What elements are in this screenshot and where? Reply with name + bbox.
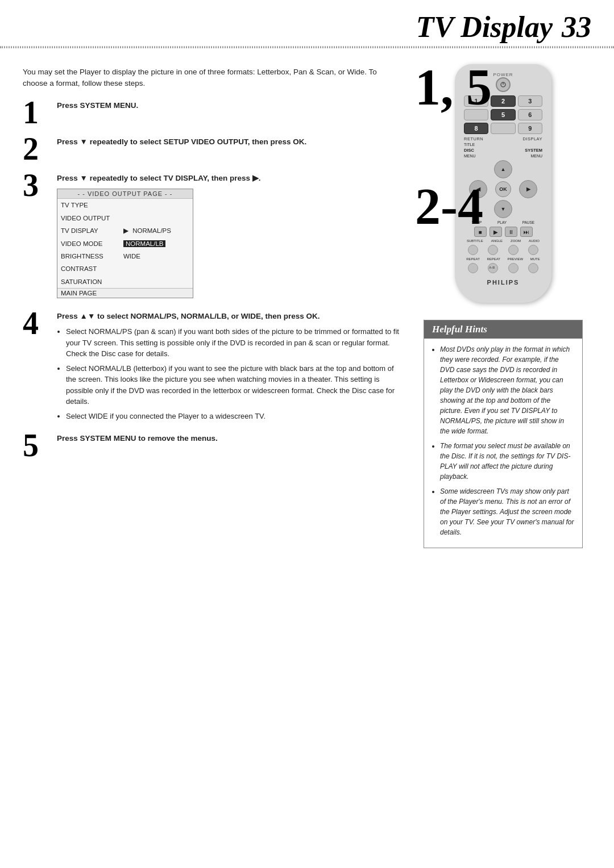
num-5[interactable]: 5: [491, 109, 515, 120]
step-2-content: Press ▼ repeatedly to select SETUP VIDEO…: [57, 136, 404, 148]
osd-row-tvdisplay: TV DISPLAY ▶ NORMAL/PS: [57, 224, 193, 237]
bottom-labels-row: SUBTITLE ANGLE ZOOM AUDIO: [463, 239, 544, 243]
subtitle-label: SUBTITLE: [467, 239, 483, 243]
mute-button[interactable]: [528, 263, 538, 273]
intro-text: You may set the Player to display the pi…: [23, 66, 404, 90]
left-column: You may set the Player to display the pi…: [23, 59, 404, 548]
step-4: 4 Press ▲▼ to select NORMAL/PS, NORMAL/L…: [23, 311, 404, 425]
angle-button[interactable]: [488, 245, 498, 255]
audio-button[interactable]: [528, 245, 538, 255]
power-button[interactable]: [496, 77, 511, 92]
step-4-text: Press ▲▼ to select NORMAL/PS, NORMAL/LB,…: [57, 312, 320, 320]
osd-footer: MAIN PAGE: [57, 288, 193, 298]
preview-button[interactable]: [508, 263, 518, 273]
play-button[interactable]: ▶: [489, 227, 502, 237]
step-5-content: Press SYSTEM MENU to remove the menus.: [57, 433, 404, 445]
step-1-content: Press SYSTEM MENU.: [57, 100, 404, 112]
step-3: 3 Press ▼ repeatedly to select TV DISPLA…: [23, 173, 404, 303]
repeat-ab-label: REPEAT: [487, 257, 500, 261]
osd-table: - - VIDEO OUTPUT PAGE - - TV TYPE VIDEO …: [57, 189, 193, 298]
osd-row-tvtype: TV TYPE: [57, 199, 193, 211]
step-5: 5 Press SYSTEM MENU to remove the menus.: [23, 433, 404, 461]
ok-button[interactable]: OK: [495, 181, 511, 197]
num-8[interactable]: 8: [464, 123, 488, 134]
remote-labels-row1: RETURN DISPLAY: [464, 136, 542, 141]
helpful-hints-content: Most DVDs only play in the format in whi…: [424, 339, 582, 548]
osd-row-contrast: CONTRAST: [57, 262, 193, 275]
nav-down-button[interactable]: ▼: [494, 200, 512, 218]
bottom-buttons-row1: [463, 245, 544, 255]
title-label: TITLE: [464, 143, 475, 147]
subtitle-button[interactable]: [468, 245, 478, 255]
step-2: 2 Press ▼ repeatedly to select SETUP VID…: [23, 136, 404, 165]
step-3-number: 3: [23, 169, 50, 201]
repeat-button[interactable]: [468, 263, 478, 273]
repeat-ab-button[interactable]: A-B: [488, 263, 498, 273]
disc-system-labels: DISC SYSTEM: [464, 148, 542, 153]
return-label: RETURN: [464, 136, 483, 141]
mute-label: MUTE: [530, 257, 540, 261]
bottom-buttons-row2: A-B: [463, 263, 544, 273]
remote-control: 1, 5 2-4 POWER 1 2 3 5 6: [446, 64, 560, 303]
nav-right-button[interactable]: ▶: [519, 180, 537, 198]
step-4-content: Press ▲▼ to select NORMAL/PS, NORMAL/LB,…: [57, 311, 404, 425]
divider: [0, 47, 614, 48]
step-4-bullets: Select NORMAL/PS (pan & scan) if you wan…: [66, 326, 404, 422]
helpful-hint-1: The format you select must be available …: [440, 441, 574, 482]
step-1: 1 Press SYSTEM MENU.: [23, 100, 404, 128]
menu-labels: MENU MENU: [464, 154, 542, 158]
repeat-label: REPEAT: [466, 257, 480, 261]
step-5-text: Press SYSTEM MENU to remove the menus.: [57, 434, 218, 443]
step-3-text: Press ▼ repeatedly to select TV DISPLAY,…: [57, 174, 261, 182]
step-4-bullet-2: Select WIDE if you connected the Player …: [66, 411, 404, 422]
step-4-bullet-0: Select NORMAL/PS (pan & scan) if you wan…: [66, 326, 404, 360]
zoom-label: ZOOM: [511, 239, 521, 243]
display-label: DISPLAY: [522, 136, 542, 141]
pause-label: PAUSE: [522, 220, 535, 224]
page-number: 33: [562, 11, 591, 43]
step-2-number: 2: [23, 133, 50, 165]
num-2[interactable]: 2: [491, 95, 515, 107]
step-4-bullet-1: Select NORMAL/LB (letterbox) if you want…: [66, 363, 404, 407]
helpful-hint-2: Some widescreen TVs may show only part o…: [440, 486, 574, 537]
step-1-number: 1: [23, 97, 50, 128]
helpful-hints-title: Helpful Hints: [424, 320, 582, 339]
disc-label: DISC: [464, 148, 474, 153]
pause-button[interactable]: ⏸: [505, 227, 517, 237]
helpful-hints-list: Most DVDs only play in the format in whi…: [440, 344, 574, 537]
page-title: TV Display: [416, 11, 553, 43]
remote-step-24-overlay: 2-4: [415, 183, 483, 229]
num-empty2: [491, 123, 515, 134]
preview-label: PREVIEW: [507, 257, 523, 261]
angle-label: ANGLE: [491, 239, 503, 243]
osd-header: - - VIDEO OUTPUT PAGE - -: [57, 189, 193, 199]
brand-label: PHILIPS: [460, 279, 546, 286]
osd-row-saturation: SATURATION: [57, 276, 193, 288]
menu-label-left: MENU: [464, 154, 476, 158]
num-9[interactable]: 9: [518, 123, 542, 134]
helpful-hints-box: Helpful Hints Most DVDs only play in the…: [424, 320, 583, 548]
num-3[interactable]: 3: [518, 95, 542, 107]
step-4-number: 4: [23, 307, 50, 339]
step-5-number: 5: [23, 429, 50, 461]
step-2-text: Press ▼ repeatedly to select SETUP VIDEO…: [57, 137, 306, 146]
play-label: PLAY: [497, 220, 507, 224]
osd-row-videomode: VIDEO MODE NORMAL/LB: [57, 237, 193, 250]
main-layout: You may set the Player to display the pi…: [0, 59, 614, 548]
num-6[interactable]: 6: [518, 109, 542, 120]
menu-label-right: MENU: [530, 154, 542, 158]
step-1-text: Press SYSTEM MENU.: [57, 101, 138, 110]
remote-step-15-overlay: 1, 5: [415, 64, 492, 110]
nav-row-top: ▲: [469, 160, 537, 178]
osd-row-brightness: BRIGHTNESS WIDE: [57, 250, 193, 262]
helpful-hint-0: Most DVDs only play in the format in whi…: [440, 344, 574, 436]
nav-up-button[interactable]: ▲: [494, 160, 512, 178]
step-3-content: Press ▼ repeatedly to select TV DISPLAY,…: [57, 173, 404, 303]
osd-row-videooutput: VIDEO OUTPUT: [57, 212, 193, 224]
audio-label: AUDIO: [529, 239, 540, 243]
skip-button[interactable]: ⏭: [520, 227, 533, 237]
system-label: SYSTEM: [525, 148, 542, 153]
zoom-button[interactable]: [508, 245, 518, 255]
right-column: 1, 5 2-4 POWER 1 2 3 5 6: [415, 59, 591, 548]
page-title-area: TV Display 33: [0, 0, 614, 47]
